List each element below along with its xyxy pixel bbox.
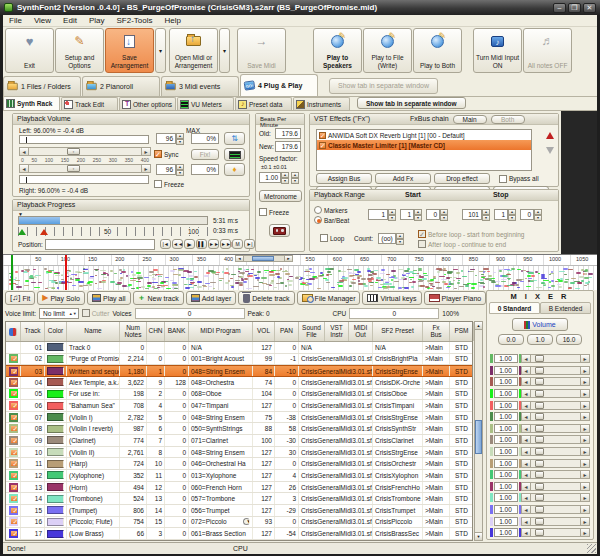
slider-thumb[interactable] xyxy=(535,390,544,397)
slider-thumb[interactable] xyxy=(535,506,544,513)
mixer-tab-0-standard[interactable]: 0 Standard xyxy=(489,302,540,314)
range-start-value-2[interactable]: 0 xyxy=(426,209,440,220)
scroll-down-icon[interactable]: ▼ xyxy=(475,532,482,540)
slider-thumb[interactable] xyxy=(535,494,544,501)
overview-scrollbar[interactable]: ◄ ► xyxy=(235,255,293,262)
slider-right-icon[interactable]: ► xyxy=(580,355,589,362)
table-row[interactable]: ✓13(Horn)494120060=French Horn12726Crisi… xyxy=(6,482,472,494)
table-row[interactable]: ✓14(Trombone)524130057=Trombone1273Crisi… xyxy=(6,493,472,505)
tab-3-midi-events[interactable]: 3 Midi events xyxy=(161,76,239,96)
volume-top-value[interactable]: 96 xyxy=(156,133,176,144)
table-row[interactable]: ✓11(Harp)724100046=Orchestral Ha1270Cris… xyxy=(6,458,472,470)
transport-go-start[interactable]: |◄ xyxy=(160,239,171,249)
slider-thumb[interactable] xyxy=(535,483,544,490)
range-start-spinner-2[interactable]: ▲▼ xyxy=(440,209,448,220)
track-color-swatch[interactable] xyxy=(47,460,64,468)
channel-gain-value[interactable]: 1.00 xyxy=(494,366,518,375)
position-input[interactable] xyxy=(45,239,155,250)
slider-left-icon[interactable]: ◄ xyxy=(522,518,531,525)
slider-left-icon[interactable]: ◄ xyxy=(522,402,531,409)
slider-right-icon[interactable]: ► xyxy=(580,402,589,409)
toolbar-play-to-file-write[interactable]: Play to File (Write) xyxy=(363,28,412,73)
track-enable-checkbox[interactable]: ✓ xyxy=(9,389,18,398)
fx-item[interactable]: ✓Classic Master Limiter [1] [Master CD] xyxy=(317,140,531,150)
channel-gain-slider[interactable]: ◄► xyxy=(521,505,590,514)
slider-thumb[interactable] xyxy=(535,355,544,362)
transport-marker[interactable]: M xyxy=(232,239,243,249)
table-row[interactable]: ✓10(Violin II)2,76180048=String Ensem127… xyxy=(6,447,472,459)
channel-gain-value[interactable]: 1.00 xyxy=(494,377,518,386)
slider-thumb[interactable] xyxy=(535,529,544,536)
slider-left-icon[interactable]: ◄ xyxy=(522,378,531,385)
track-color-swatch[interactable] xyxy=(47,367,64,375)
channel-gain-slider[interactable]: ◄► xyxy=(521,482,590,491)
channel-gain-slider[interactable]: ◄► xyxy=(521,459,590,468)
slider-right-icon[interactable]: ► xyxy=(580,529,589,536)
mixer-tab-b-extended[interactable]: B Extended xyxy=(540,302,591,314)
barbeat-radio[interactable] xyxy=(314,216,322,224)
add-layer-button[interactable]: Add layer xyxy=(186,291,237,305)
volume-freeze-checkbox[interactable] xyxy=(154,180,162,188)
channel-gain-slider[interactable]: ◄► xyxy=(521,470,590,479)
player-piano-button[interactable]: Player Piano xyxy=(424,291,487,305)
range-start-value-1[interactable]: 1 xyxy=(400,209,414,220)
start-marker-icon[interactable] xyxy=(18,229,26,235)
menu-play[interactable]: Play xyxy=(83,16,111,25)
maximize-button[interactable]: ❐ xyxy=(568,3,581,13)
mixer-preset-1-0[interactable]: 1.0 xyxy=(527,334,553,345)
count-value[interactable]: (oo) xyxy=(378,233,396,244)
slider-right-icon[interactable]: ► xyxy=(580,460,589,467)
count-spinner[interactable]: ▲▼ xyxy=(396,233,404,244)
new-track-button[interactable]: ＋New track xyxy=(133,291,184,305)
slider-thumb[interactable] xyxy=(535,402,544,409)
slider-right-icon[interactable]: ► xyxy=(580,367,589,374)
slider-thumb[interactable]: ▫ xyxy=(67,165,80,172)
menu-edit[interactable]: Edit xyxy=(57,16,83,25)
slider-right-icon[interactable]: ► xyxy=(580,518,589,525)
channel-gain-slider[interactable]: ◄► xyxy=(521,435,590,444)
slider-left-icon[interactable]: ◄ xyxy=(522,436,531,443)
channel-gain-value[interactable]: 1.00 xyxy=(494,412,518,421)
track-color-swatch[interactable] xyxy=(47,448,64,456)
track-enable-checkbox[interactable]: ✓ xyxy=(9,367,18,376)
fx-item[interactable]: ✓ANWIDA Soft DX Reverb Light [1] [00 - D… xyxy=(317,130,531,140)
bpm-freeze-checkbox[interactable] xyxy=(259,208,267,216)
slider-thumb[interactable] xyxy=(535,436,544,443)
slider-left-icon[interactable]: ◄ xyxy=(522,506,531,513)
file-manager-button[interactable]: File Manager xyxy=(297,291,361,305)
track-color-swatch[interactable] xyxy=(47,390,64,398)
track-enable-checkbox[interactable]: ✓ xyxy=(9,401,18,410)
tab-instruments[interactable]: Instruments xyxy=(293,97,350,110)
slider-left-icon[interactable]: ◄ xyxy=(522,494,531,501)
toolbar-setup-and-options[interactable]: ✎Setup and Options xyxy=(55,28,104,73)
slider-right-icon[interactable]: ► xyxy=(580,494,589,501)
slider-right-icon[interactable]: ► xyxy=(580,390,589,397)
program-dropdown-icon[interactable]: ▼ xyxy=(243,518,250,525)
range-stop-value-1[interactable]: 1 xyxy=(494,209,508,220)
table-row[interactable]: ✓05For use in:19820068=Oboe1040CrisisGen… xyxy=(6,389,472,401)
channel-gain-slider[interactable]: ◄► xyxy=(521,447,590,456)
slider-right-icon[interactable]: ► xyxy=(141,165,150,172)
track-color-swatch[interactable] xyxy=(47,425,64,433)
metronome-button[interactable]: Metronome xyxy=(259,190,302,202)
track-color-swatch[interactable] xyxy=(47,436,64,444)
channel-gain-slider[interactable]: ◄► xyxy=(521,528,590,537)
mixer-preset-0-0[interactable]: 0.0 xyxy=(498,334,524,345)
speed-factor-spinner[interactable]: ▲▼ xyxy=(281,172,289,183)
channel-gain-slider[interactable]: ◄► xyxy=(521,412,590,421)
drop-effect-button[interactable]: Drop effect xyxy=(434,173,490,184)
tab-track-edit[interactable]: Track Edit xyxy=(61,97,118,110)
display-button[interactable] xyxy=(224,148,245,161)
slider-left-icon[interactable]: ◄ xyxy=(522,367,531,374)
range-stop-spinner-0[interactable]: ▲▼ xyxy=(482,209,490,220)
slider-left-icon[interactable]: ◄ xyxy=(522,529,531,536)
slider-right-icon[interactable]: ► xyxy=(580,436,589,443)
track-color-swatch[interactable] xyxy=(47,483,64,491)
volume-bottom-value[interactable]: 96 xyxy=(156,164,176,175)
tab-vu-meters[interactable]: VU Meters xyxy=(177,97,234,110)
transport-step-forward[interactable]: ►► xyxy=(208,239,219,249)
range-stop-value-2[interactable]: 0 xyxy=(520,209,534,220)
channel-gain-value[interactable]: 1.00 xyxy=(494,505,518,514)
transport-play[interactable]: ► xyxy=(184,239,195,249)
fit-button[interactable]: [♫]Fit xyxy=(5,291,35,305)
